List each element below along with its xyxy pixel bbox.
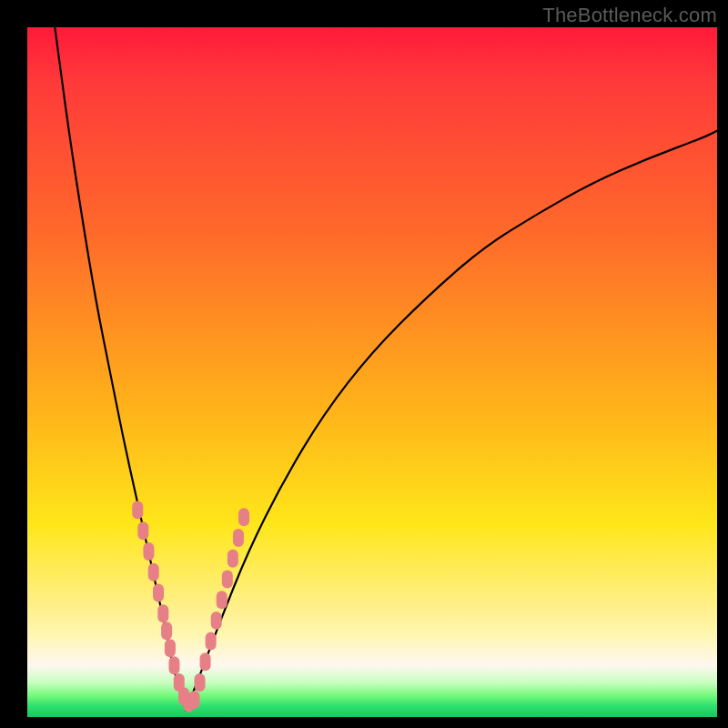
data-marker	[217, 591, 228, 609]
data-marker	[200, 652, 211, 671]
data-marker	[165, 639, 176, 657]
data-marker	[206, 632, 217, 651]
plot-area	[27, 27, 717, 717]
data-marker	[195, 673, 206, 692]
data-marker	[238, 508, 249, 526]
data-marker	[228, 550, 238, 568]
data-marker	[168, 656, 179, 674]
bottleneck-curve-right-arm	[186, 131, 717, 711]
data-marker	[222, 570, 233, 588]
data-marker	[161, 622, 172, 640]
data-marker	[233, 529, 244, 547]
data-marker	[157, 604, 168, 622]
chart-frame: TheBottleneck.com	[0, 0, 728, 728]
data-marker	[143, 542, 154, 561]
data-marker	[148, 563, 159, 581]
data-marker	[188, 691, 199, 709]
curves-svg	[27, 27, 717, 717]
data-marker	[132, 501, 143, 520]
data-marker	[211, 612, 222, 630]
watermark-text: TheBottleneck.com	[542, 4, 717, 27]
data-marker	[153, 584, 164, 602]
data-marker	[137, 521, 148, 540]
